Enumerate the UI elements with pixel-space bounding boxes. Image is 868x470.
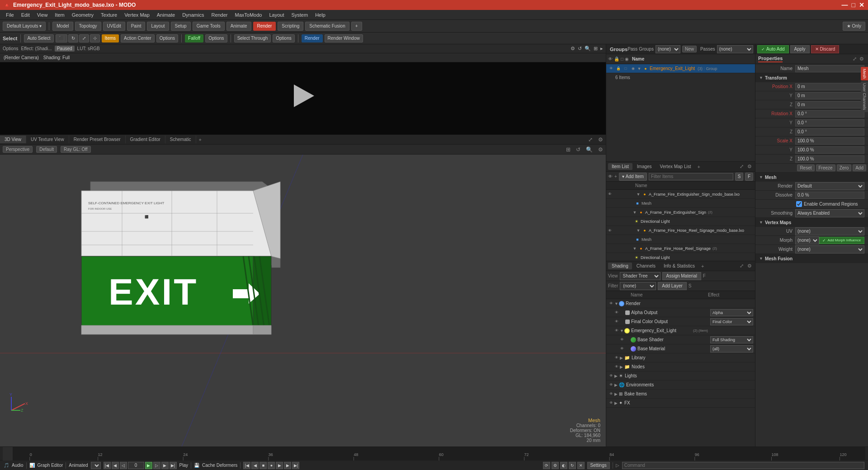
groups-render-col[interactable]: ◉ — [625, 56, 629, 61]
transport-play[interactable]: ▶ — [145, 462, 152, 469]
menu-geometry[interactable]: Geometry — [69, 11, 97, 19]
menu-texture[interactable]: Texture — [98, 11, 120, 19]
mode-animate[interactable]: Animate — [226, 22, 251, 31]
shade-bmat-eye[interactable]: 👁 — [619, 347, 625, 351]
groups-eye-col[interactable]: 👁 — [608, 56, 613, 61]
bb-icon3[interactable]: ◐ — [560, 462, 567, 469]
shade-exit-eye[interactable]: 👁 — [613, 329, 620, 333]
mode-model[interactable]: Model — [52, 22, 73, 31]
graph-editor-label[interactable]: Graph Editor — [38, 463, 63, 468]
tab-images[interactable]: Images — [633, 163, 656, 170]
shading-tab-plus[interactable]: + — [699, 263, 706, 270]
tab-uv-texture[interactable]: UV Texture View — [26, 136, 69, 143]
shade-row-nodes[interactable]: 👁 ▶ 📁 Nodes — [606, 362, 755, 371]
add-morph-btn[interactable]: ✓ Add Morph Influence — [819, 237, 864, 244]
shade-bmat-effect[interactable]: (all) — [710, 345, 753, 352]
pass-groups-select[interactable]: (none) — [656, 45, 680, 53]
prop-scale-x[interactable]: 100.0 % — [795, 137, 864, 145]
tree-row-fire-hose-sign[interactable]: ▼ ● A_Frame_Fire_Hose_Reel_Signage (2) — [606, 244, 755, 253]
shade-row-environments[interactable]: 👁 ▶ 🌐 Environments — [606, 381, 755, 390]
mode-uvedit[interactable]: UVEdit — [103, 22, 125, 31]
raygl-btn[interactable]: Ray GL: Off — [61, 146, 91, 153]
prop-name-input[interactable] — [795, 65, 864, 72]
tree-row-mesh2[interactable]: ■ Mesh — [606, 235, 755, 244]
prop-weight-select[interactable]: (none) — [795, 245, 864, 254]
tree-row-fire-hose[interactable]: 👁 ▼ ● A_Frame_Fire_Hose_Reel_Signage_mod… — [606, 226, 755, 235]
shade-render-expand[interactable]: ▼ — [614, 301, 619, 306]
mode-render[interactable]: Render — [253, 22, 276, 31]
shade-row-render[interactable]: 👁 ▼ Render — [606, 299, 755, 308]
layouts-dropdown[interactable]: Default Layouts ▾ — [3, 22, 46, 31]
frame-input[interactable] — [128, 462, 144, 469]
mode-schematic[interactable]: Schematic Fusion — [305, 22, 349, 31]
prop-rot-x[interactable]: 0.0 ° — [795, 110, 864, 118]
animated-select[interactable] — [91, 462, 101, 469]
perspective-btn[interactable]: Perspective — [3, 146, 33, 153]
il-sort-btn[interactable]: S — [735, 173, 743, 181]
menu-help[interactable]: Help — [312, 11, 329, 19]
mode-topology[interactable]: Topology — [75, 22, 101, 31]
sb-icon4[interactable]: ⊞ — [594, 46, 598, 52]
transform-section[interactable]: ▼ Transform — [755, 73, 868, 82]
menu-file[interactable]: File — [3, 11, 17, 19]
item-list-expand[interactable]: ⤢ — [738, 164, 745, 169]
sb-icon2[interactable]: ↺ — [578, 46, 582, 52]
menu-edit[interactable]: Edit — [18, 11, 33, 19]
transport-prev[interactable]: ◀ — [112, 462, 119, 469]
prop-uv-select[interactable]: (none) — [795, 227, 864, 235]
tab-gradient[interactable]: Gradient Editor — [126, 136, 165, 143]
shade-row-library[interactable]: 👁 ▶ 📁 Library — [606, 353, 755, 362]
options-btn1[interactable]: Options — [156, 34, 178, 42]
audio-label[interactable]: Audio — [12, 463, 24, 468]
vp-header-icon2[interactable]: ↺ — [576, 146, 580, 153]
tab-render-preset[interactable]: Render Preset Browser — [69, 136, 126, 143]
menu-system[interactable]: System — [288, 11, 311, 19]
transport-start[interactable]: |◀ — [104, 462, 111, 469]
render-btn[interactable]: Render — [302, 34, 323, 42]
maximize-btn[interactable]: □ — [852, 1, 855, 9]
shade-bake-eye[interactable]: 👁 — [608, 392, 614, 396]
prop-dissolve-value[interactable]: 0.0 % — [795, 192, 864, 199]
tab-info-stats[interactable]: Info & Statistics — [660, 263, 698, 269]
prop-smoothing-select[interactable]: Always Enabled — [795, 209, 864, 217]
side-tab-user-channels[interactable]: User Channels — [861, 81, 868, 112]
expand-fire-ext-sign[interactable]: ▼ — [632, 210, 637, 215]
prop-rot-y[interactable]: 0.0 ° — [795, 119, 864, 127]
only-btn[interactable]: ★ Only — [843, 22, 865, 31]
add-layer-btn[interactable]: Add Layer — [658, 282, 687, 290]
filter-items-input[interactable] — [649, 173, 733, 180]
shading-F-btn[interactable]: F — [703, 273, 706, 278]
shade-lib-eye[interactable]: 👁 — [613, 356, 620, 360]
ext-btn6[interactable]: ▶ — [284, 462, 291, 469]
shade-lights-expand[interactable]: ▶ — [614, 374, 619, 378]
sb-icon3[interactable]: 🔍 — [585, 46, 591, 52]
tree-row-dir-light1[interactable]: ☀ Directional Light — [606, 217, 755, 226]
mode-paint[interactable]: Paint — [127, 22, 146, 31]
render-window-btn[interactable]: Render Window — [325, 34, 363, 42]
shade-row-bake[interactable]: 👁 ▶ ⊞ Bake Items — [606, 390, 755, 399]
prop-morph-select[interactable]: (none) — [795, 236, 819, 244]
tree-expand-icon[interactable]: ▼ — [637, 66, 642, 71]
auto-add-btn[interactable]: ✓ Auto Add — [757, 45, 789, 53]
apply-btn[interactable]: Apply — [790, 45, 810, 53]
cache-deformers-label[interactable]: Cache Deformers — [202, 463, 237, 468]
mode-add[interactable]: + — [351, 22, 362, 31]
transform-move-btn[interactable]: ⬛ — [56, 34, 67, 42]
transform-rotate-btn[interactable]: ↻ — [68, 34, 78, 42]
shade-bshader-effect[interactable]: Full Shading — [710, 336, 753, 343]
prop-scale-y[interactable]: 100.0 % — [795, 146, 864, 154]
sb-paused[interactable]: Paused — [55, 46, 75, 52]
reset-btn[interactable]: Reset — [797, 164, 814, 171]
il-filter-btn[interactable]: F — [745, 173, 753, 181]
add-item-btn[interactable]: ▾ Add Item — [619, 173, 647, 181]
vp-settings-btn[interactable]: ⚙ — [595, 136, 606, 143]
transport-prev-frame[interactable]: ◁ — [120, 462, 127, 469]
properties-expand[interactable]: ⤢ — [851, 56, 858, 62]
shade-row-exit-light[interactable]: 👁 ▼ Emergency_Exit_Light (2) (Item) — [606, 326, 755, 335]
bb-icon2[interactable]: ⚙ — [552, 462, 559, 469]
settings-btn[interactable]: Settings — [587, 462, 610, 469]
vp-header-icon4[interactable]: ⚙ — [598, 146, 603, 153]
shade-bake-expand[interactable]: ▶ — [614, 392, 619, 396]
tree-row-fire-ext[interactable]: 👁 ▼ ● A_Frame_Fire_Extinguisher_Sign_mod… — [606, 190, 755, 199]
expand-fire-ext[interactable]: ▼ — [636, 192, 641, 197]
